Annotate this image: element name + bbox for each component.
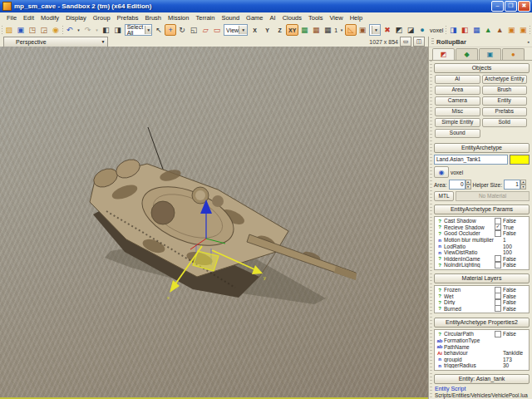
axis-constraint-button[interactable]: XY [286, 24, 298, 36]
axis-constraint-button[interactable]: X [249, 24, 261, 36]
grid-view-icon[interactable]: ▦ [470, 24, 482, 36]
menu-item[interactable]: Group [90, 14, 114, 22]
grid-dropdown-icon[interactable]: ▾ [338, 24, 345, 36]
object-type-button[interactable]: Camera [435, 96, 480, 106]
hide-selection-icon[interactable]: ◪ [405, 24, 416, 36]
material-layers-rollup-header[interactable]: Material Layers [434, 273, 530, 283]
object-type-button[interactable]: AI [435, 75, 480, 84]
redo-icon[interactable]: ↷ [82, 24, 94, 36]
entity-rollup-header[interactable]: Entity: Asian_tank [434, 374, 530, 384]
select-all-combo[interactable]: Select All ▼ [125, 24, 152, 36]
freeze-selection-icon[interactable]: ◩ [393, 24, 405, 36]
panel-grip[interactable] [431, 38, 434, 46]
monitor-icon[interactable]: ▭ [400, 37, 411, 47]
spin-down-icon[interactable]: ▼ [466, 185, 471, 190]
mtl-button[interactable]: MTL [434, 191, 454, 201]
area-stepper[interactable]: 0 ▲▼ [449, 180, 471, 190]
menu-item[interactable]: View [327, 14, 347, 22]
save-icon[interactable]: ▣ [15, 24, 27, 36]
select-icon[interactable]: ↖ [153, 24, 165, 36]
layer-export-icon[interactable]: ◨ [447, 24, 459, 36]
unlink-icon[interactable]: ◨ [112, 24, 124, 36]
gizmo-x-arrowhead[interactable] [170, 280, 180, 293]
object-type-button[interactable]: Brush [482, 86, 528, 95]
redo-dropdown-icon[interactable]: ▾ [94, 24, 101, 36]
move-icon[interactable]: + [165, 24, 176, 36]
menu-item[interactable]: Sound [218, 14, 243, 22]
property-value[interactable]: 30 [495, 362, 528, 369]
params-rollup-header[interactable]: EntityArchetype Params [434, 204, 530, 214]
color-swatch[interactable] [510, 155, 530, 165]
axis-constraint-button[interactable]: Z [273, 24, 286, 36]
link-icon[interactable]: ◧ [101, 24, 112, 36]
undo-dropdown-icon[interactable]: ▾ [76, 24, 82, 36]
clear-selection-icon[interactable]: ✖ [382, 24, 393, 36]
export-selected-icon[interactable]: ◲ [38, 24, 50, 36]
archetype-icon[interactable]: ◉ [434, 166, 449, 178]
material-icon[interactable]: ▣ [357, 24, 368, 36]
toolbar-grip[interactable] [446, 26, 446, 35]
objects-rollup-header[interactable]: Objects [434, 63, 530, 73]
chevron-down-icon[interactable]: ▼ [239, 26, 247, 34]
export-icon[interactable]: ◳ [27, 24, 38, 36]
key-icon[interactable]: ◉ [50, 24, 62, 36]
object-type-button[interactable]: Prefabs [482, 107, 528, 116]
texture-2-icon[interactable]: ▣ [517, 24, 529, 36]
object-type-button[interactable]: Misc [435, 107, 480, 116]
chevron-down-icon[interactable]: ▼ [372, 26, 380, 34]
snap-grid-icon[interactable]: ▦ [322, 24, 333, 36]
entity-archetype-rollup-header[interactable]: EntityArchetype [434, 143, 530, 153]
window-icon[interactable]: ◫ [413, 37, 425, 47]
object-type-button[interactable]: Archetype Entity [482, 75, 528, 84]
menu-item[interactable]: Display [62, 14, 90, 22]
rollup-tab-objects-icon[interactable]: ◩ [432, 48, 455, 60]
terrain-paint-icon[interactable]: ▦ [298, 24, 310, 36]
property-checkbox[interactable] [495, 262, 501, 268]
archetype-name-field[interactable]: Land.Asian_Tank1 [434, 155, 508, 165]
object-type-button[interactable]: Solid [482, 118, 528, 127]
object-type-button[interactable]: Sound [435, 129, 480, 138]
close-button[interactable]: ✖ [518, 1, 530, 12]
layer-combo[interactable]: ▼ [369, 24, 381, 36]
property-value[interactable]: False [495, 305, 528, 312]
globe-icon[interactable]: ● [416, 24, 428, 36]
perspective-viewport[interactable]: x y [0, 47, 428, 399]
database-icon[interactable]: ◧ [459, 24, 470, 36]
rollup-tab-display-icon[interactable]: ▣ [479, 48, 501, 60]
spin-down-icon[interactable]: ▼ [520, 185, 526, 190]
maximize-button[interactable]: ❐ [505, 1, 517, 12]
menu-item[interactable]: Brush [141, 14, 165, 22]
chevron-down-icon[interactable]: ▼ [99, 39, 107, 44]
menu-item[interactable]: Terrain [192, 14, 218, 22]
menu-item[interactable]: AI [267, 14, 279, 22]
menu-item[interactable]: Help [347, 14, 366, 22]
object-type-button[interactable]: Entity [482, 96, 528, 106]
select-area-icon[interactable]: ▭ [211, 24, 223, 36]
undo-icon[interactable]: ↶ [64, 24, 76, 36]
chevron-down-icon[interactable]: ▼ [145, 26, 151, 34]
helper-size-stepper[interactable]: 1 ▲▼ [504, 180, 526, 190]
pin-icon[interactable]: ▪ [528, 39, 530, 45]
menu-item[interactable]: Game [243, 14, 266, 22]
terrain-texture-icon[interactable]: ▲ [494, 24, 505, 36]
property-checkbox[interactable] [495, 305, 501, 312]
menu-item[interactable]: Mission [165, 14, 192, 22]
viewport-mode-combo[interactable]: Perspective ▼ [3, 37, 108, 47]
select-object-icon[interactable]: ▱ [200, 24, 211, 36]
menu-item[interactable]: Clouds [279, 14, 305, 22]
object-type-button[interactable]: Simple Entity [435, 118, 480, 127]
vegetation-icon[interactable]: ▲ [482, 24, 494, 36]
terrain-modify-icon[interactable]: ▦ [310, 24, 322, 36]
object-type-button[interactable]: Area [435, 86, 480, 95]
rollup-tab-terrain-icon[interactable]: ◆ [456, 48, 478, 60]
menu-item[interactable]: Modify [37, 14, 62, 22]
menu-item[interactable]: Prefabs [114, 14, 142, 22]
menu-item[interactable]: Edit [20, 14, 37, 22]
menu-item[interactable]: File [3, 14, 20, 22]
property-value[interactable]: False [495, 262, 528, 268]
toolbar-grip[interactable] [2, 26, 2, 35]
open-icon[interactable]: ▨ [3, 24, 15, 36]
view-combo[interactable]: View ▼ [224, 24, 248, 36]
axis-constraint-button[interactable]: Y [261, 24, 273, 36]
rotate-icon[interactable]: ↻ [176, 24, 188, 36]
